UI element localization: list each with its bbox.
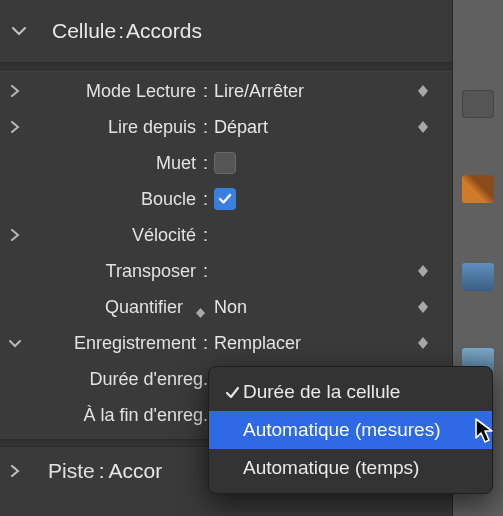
row-transpose: Transposer : (0, 253, 452, 289)
thumbnail-icon[interactable] (462, 263, 494, 291)
up-down-arrows-icon[interactable] (414, 337, 432, 349)
play-from-value[interactable]: Départ (214, 117, 414, 138)
track-separator: : (99, 459, 105, 483)
section-label: Cellule (52, 19, 116, 43)
chevron-down-icon[interactable] (10, 26, 28, 36)
row-loop: Boucle : (0, 181, 452, 217)
chevron-right-icon[interactable] (6, 85, 24, 97)
menu-item-auto-beats[interactable]: Automatique (temps) (209, 449, 492, 487)
loop-value (214, 188, 452, 210)
row-play-from: Lire depuis : Départ (0, 109, 452, 145)
record-label: Enregistrement : (24, 333, 214, 354)
chevron-right-icon[interactable] (6, 229, 24, 241)
thumbnail-icon[interactable] (462, 90, 494, 118)
up-down-arrows-icon[interactable] (414, 121, 432, 133)
play-from-label: Lire depuis : (24, 117, 214, 138)
row-record: Enregistrement : Remplacer (0, 325, 452, 361)
menu-item-cell-length[interactable]: Durée de la cellule (209, 373, 492, 411)
menu-item-auto-bars[interactable]: Automatique (mesures) (209, 411, 492, 449)
track-label: Piste (48, 459, 95, 483)
play-mode-label: Mode Lecture : (24, 81, 214, 102)
up-down-arrows-icon[interactable] (414, 301, 432, 313)
rec-length-menu: Durée de la cellule Automatique (mesures… (208, 366, 493, 494)
section-header[interactable]: Cellule : Accords (0, 0, 452, 62)
thumbnail-icon[interactable] (462, 175, 494, 203)
section-divider (0, 62, 452, 70)
row-mute: Muet : (0, 145, 452, 181)
mute-checkbox[interactable] (214, 152, 236, 174)
loop-checkbox[interactable] (214, 188, 236, 210)
chevron-right-icon[interactable] (6, 465, 24, 477)
record-value[interactable]: Remplacer (214, 333, 414, 354)
track-value[interactable]: Accor (109, 459, 163, 483)
menu-item-label: Durée de la cellule (243, 381, 400, 403)
mute-value (214, 152, 452, 174)
header-separator: : (118, 19, 124, 43)
loop-label: Boucle : (24, 189, 214, 210)
up-down-arrows-icon[interactable] (414, 85, 432, 97)
mute-label: Muet : (24, 153, 214, 174)
checkmark-icon (218, 193, 232, 205)
up-down-arrows-icon[interactable] (414, 265, 432, 277)
transpose-label: Transposer : (24, 261, 214, 282)
row-quantize: Quantifier Non (0, 289, 452, 325)
menu-item-label: Automatique (temps) (243, 457, 419, 479)
chevron-right-icon[interactable] (6, 121, 24, 133)
up-down-arrows-icon[interactable] (192, 308, 208, 318)
row-play-mode: Mode Lecture : Lire/Arrêter (0, 73, 452, 109)
rec-end-label: À la fin d'enreg. (24, 405, 214, 426)
row-velocity: Vélocité : (0, 217, 452, 253)
checkmark-icon (221, 386, 243, 399)
quantize-value[interactable]: Non (214, 297, 414, 318)
velocity-label: Vélocité : (24, 225, 214, 246)
rec-length-label: Durée d'enreg. (24, 369, 214, 390)
quantize-label: Quantifier (24, 297, 214, 318)
menu-item-label: Automatique (mesures) (243, 419, 440, 441)
chevron-down-icon[interactable] (6, 339, 24, 348)
play-mode-value[interactable]: Lire/Arrêter (214, 81, 414, 102)
section-value: Accords (126, 19, 202, 43)
